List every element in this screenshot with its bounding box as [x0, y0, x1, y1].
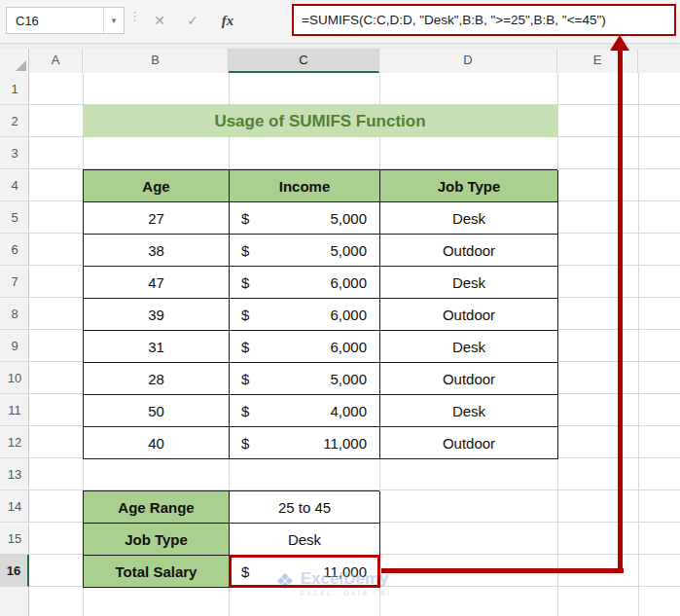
- annotation-arrow-horizontal: [381, 568, 624, 573]
- currency-symbol: $: [241, 307, 249, 323]
- total-amount: 11,000: [323, 563, 367, 580]
- select-all-icon: [16, 60, 26, 71]
- row-header-12[interactable]: 12: [0, 426, 29, 458]
- row-header-7[interactable]: 7: [0, 266, 29, 298]
- income-amount: 6,000: [330, 307, 367, 323]
- income-amount: 5,000: [330, 242, 367, 259]
- cell-age[interactable]: 28: [84, 363, 230, 395]
- cell-job[interactable]: Desk: [380, 331, 558, 363]
- cell-job[interactable]: Desk: [380, 202, 558, 235]
- currency-symbol: $: [241, 210, 249, 227]
- name-box[interactable]: C16 ▾: [6, 7, 125, 34]
- column-header-partial: [638, 49, 680, 73]
- summary-table: Age Range 25 to 45 Job Type Desk Total S…: [83, 490, 379, 588]
- cell-job[interactable]: Outdoor: [380, 235, 558, 267]
- cell-age[interactable]: 39: [84, 299, 230, 331]
- row-header-14[interactable]: 14: [0, 490, 29, 523]
- summary-value-age-range[interactable]: 25 to 45: [230, 491, 380, 524]
- row-header-8[interactable]: 8: [0, 298, 29, 330]
- row-header-6[interactable]: 6: [0, 234, 29, 266]
- row-header-2[interactable]: 2: [0, 105, 29, 137]
- cell-income[interactable]: $ 5,000: [230, 202, 380, 235]
- cell-income[interactable]: $ 11,000: [230, 427, 380, 459]
- formula-bar-area: C16 ▾ ⋮ ✕ ✓ fx =SUMIFS(C:C,D:D, "Desk",B…: [0, 0, 680, 44]
- summary-value-total-salary[interactable]: $ 11,000: [230, 556, 380, 588]
- cell-age[interactable]: 27: [84, 202, 230, 235]
- cell-income[interactable]: $ 4,000: [230, 395, 380, 427]
- currency-symbol: $: [241, 403, 249, 419]
- cell-job[interactable]: Outdoor: [380, 427, 558, 459]
- gridline: [638, 73, 639, 616]
- income-amount: 5,000: [330, 210, 367, 227]
- formula-text: =SUMIFS(C:C,D:D, "Desk",B:B, ">=25",B:B,…: [302, 13, 606, 27]
- row-header-5[interactable]: 5: [0, 201, 29, 234]
- summary-label-job-type[interactable]: Job Type: [84, 524, 230, 556]
- column-header-b[interactable]: B: [83, 49, 229, 73]
- row-header-3[interactable]: 3: [0, 137, 29, 169]
- row-header-15[interactable]: 15: [0, 523, 29, 555]
- currency-symbol: $: [241, 339, 249, 355]
- cell-age[interactable]: 47: [84, 267, 230, 299]
- annotation-arrow-vertical: [618, 49, 623, 573]
- row-header-4[interactable]: 4: [0, 169, 29, 201]
- cancel-icon[interactable]: ✕: [144, 7, 175, 34]
- currency-symbol: $: [241, 371, 249, 387]
- excel-window: C16 ▾ ⋮ ✕ ✓ fx =SUMIFS(C:C,D:D, "Desk",B…: [0, 0, 680, 616]
- cell-income[interactable]: $ 6,000: [230, 299, 380, 331]
- income-amount: 11,000: [323, 435, 367, 452]
- cell-age[interactable]: 50: [84, 395, 230, 427]
- cell-income[interactable]: $ 6,000: [230, 331, 380, 363]
- currency-symbol: $: [241, 274, 249, 291]
- column-header-d[interactable]: D: [379, 49, 557, 73]
- cell-age[interactable]: 40: [84, 427, 230, 459]
- income-amount: 5,000: [330, 371, 367, 387]
- name-box-dropdown-icon[interactable]: ▾: [103, 8, 124, 33]
- name-box-value: C16: [7, 14, 103, 28]
- summary-value-job-type[interactable]: Desk: [230, 524, 380, 556]
- currency-symbol: $: [241, 435, 249, 452]
- data-table: Age Income Job Type 27 $ 5,000 Desk 38 $…: [83, 169, 557, 459]
- cell-job[interactable]: Outdoor: [380, 299, 558, 331]
- cell-job[interactable]: Desk: [380, 267, 558, 299]
- insert-function-icon[interactable]: fx: [212, 7, 243, 34]
- enter-icon[interactable]: ✓: [177, 7, 208, 34]
- summary-label-total-salary[interactable]: Total Salary: [84, 556, 230, 588]
- income-amount: 6,000: [330, 339, 367, 355]
- table-header-job[interactable]: Job Type: [380, 170, 558, 202]
- annotation-arrow-head-icon: [610, 35, 629, 51]
- income-amount: 6,000: [330, 274, 367, 291]
- row-header-11[interactable]: 11: [0, 394, 29, 426]
- table-header-income[interactable]: Income: [230, 170, 380, 202]
- summary-label-age-range[interactable]: Age Range: [84, 491, 230, 524]
- formula-bar-handle-icon: ⋮: [128, 9, 139, 23]
- currency-symbol: $: [241, 242, 249, 259]
- cell-job[interactable]: Desk: [380, 395, 558, 427]
- row-header-gutter: 1 2 3 4 5 6 7 8 9 10 11 12 13 14 15 16: [0, 73, 29, 616]
- cell-income[interactable]: $ 5,000: [230, 363, 380, 395]
- column-header-e[interactable]: E: [557, 49, 638, 73]
- row-header-1[interactable]: 1: [0, 73, 29, 105]
- row-header-13[interactable]: 13: [0, 458, 29, 490]
- column-header-row: A B C D E: [0, 49, 680, 73]
- title-banner: Usage of SUMIFS Function: [83, 105, 557, 137]
- currency-symbol: $: [241, 563, 249, 580]
- cell-age[interactable]: 38: [84, 235, 230, 267]
- income-amount: 4,000: [330, 403, 367, 419]
- select-all-corner[interactable]: [0, 49, 29, 73]
- cell-age[interactable]: 31: [84, 331, 230, 363]
- row-header-9[interactable]: 9: [0, 330, 29, 362]
- cell-income[interactable]: $ 6,000: [230, 267, 380, 299]
- column-header-c[interactable]: C: [229, 49, 379, 73]
- row-header-10[interactable]: 10: [0, 362, 29, 394]
- row-header-16[interactable]: 16: [0, 555, 29, 587]
- formula-input[interactable]: =SUMIFS(C:C,D:D, "Desk",B:B, ">=25",B:B,…: [292, 4, 676, 36]
- column-header-a[interactable]: A: [29, 49, 83, 73]
- cell-income[interactable]: $ 5,000: [230, 235, 380, 267]
- table-header-age[interactable]: Age: [84, 170, 230, 202]
- cell-job[interactable]: Outdoor: [380, 363, 558, 395]
